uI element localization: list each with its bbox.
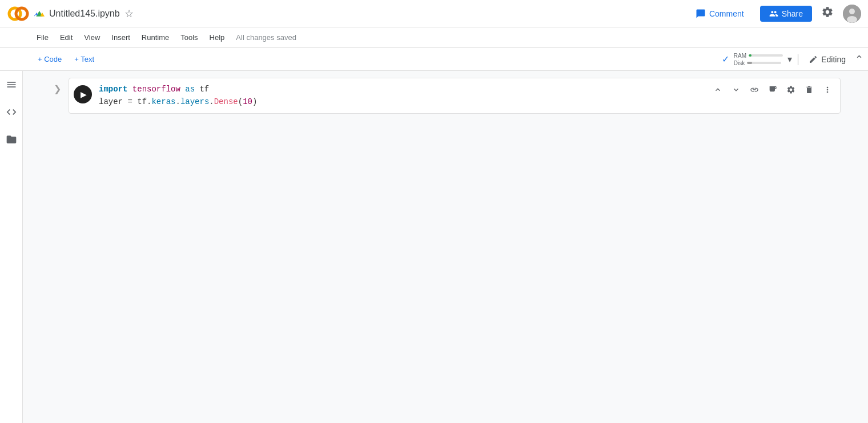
code-view-button[interactable] — [765, 82, 781, 98]
share-label: Share — [782, 9, 803, 18]
settings-button[interactable] — [821, 6, 834, 21]
cell-left-gutter: ❯ — [46, 78, 69, 94]
cell-settings-button[interactable] — [783, 82, 799, 98]
menu-insert[interactable]: Insert — [107, 31, 135, 44]
colab-logo[interactable] — [7, 2, 30, 25]
ram-progress-bar — [749, 54, 783, 57]
svg-point-4 — [847, 16, 857, 23]
code-line-1: import tensorflow as tf — [99, 83, 771, 95]
share-icon — [769, 9, 778, 18]
menu-bar: File Edit View Insert Runtime Tools Help… — [0, 27, 868, 48]
menu-view[interactable]: View — [79, 31, 105, 44]
code-line-2: layer = tf.keras.layers.Dense(10) — [99, 95, 771, 108]
cell-collapse-icon[interactable]: ❯ — [54, 83, 61, 94]
code-cell[interactable]: ▶ import tensorflow as tf layer = tf.ker… — [69, 78, 841, 114]
more-options-button[interactable] — [819, 82, 835, 98]
cell-toolbar — [710, 82, 835, 98]
ram-row: RAM — [734, 53, 783, 59]
comment-icon — [696, 9, 706, 19]
link-button[interactable] — [746, 82, 762, 98]
ram-disk-dropdown[interactable]: ▾ — [787, 54, 792, 65]
avatar[interactable] — [843, 5, 861, 23]
menu-help[interactable]: Help — [205, 31, 230, 44]
add-code-label: + Code — [38, 55, 62, 63]
check-icon: ✓ — [722, 54, 729, 65]
comment-label: Comment — [709, 9, 744, 18]
run-cell-button[interactable]: ▶ — [74, 85, 92, 103]
delete-cell-button[interactable] — [801, 82, 817, 98]
disk-progress-bar — [747, 62, 781, 64]
disk-progress-fill — [747, 62, 752, 64]
ram-disk-indicator[interactable]: RAM Disk — [734, 53, 783, 66]
sidebar-folder-icon[interactable] — [2, 130, 21, 149]
star-icon[interactable]: ☆ — [124, 7, 134, 20]
collapse-button[interactable]: ⌃ — [855, 53, 863, 66]
menu-file[interactable]: File — [32, 31, 53, 44]
drive-icon — [34, 7, 45, 20]
toolbar-right: ✓ RAM Disk ▾ | Editing ⌃ — [722, 53, 863, 66]
svg-point-3 — [849, 9, 855, 14]
notebook-title-area: Untitled145.ipynb ☆ — [34, 7, 689, 20]
add-code-button[interactable]: + Code — [32, 53, 67, 66]
add-text-label: + Text — [74, 55, 94, 63]
editing-label: Editing — [821, 55, 846, 64]
sidebar-menu-icon[interactable] — [2, 75, 21, 94]
disk-label: Disk — [734, 60, 745, 66]
pencil-icon — [809, 55, 818, 64]
editing-button[interactable]: Editing — [804, 53, 850, 66]
ram-label: RAM — [734, 53, 746, 59]
sidebar-code-icon[interactable] — [2, 103, 21, 121]
ram-progress-fill — [749, 54, 752, 57]
menu-tools[interactable]: Tools — [176, 31, 202, 44]
disk-row: Disk — [734, 60, 781, 66]
menu-edit[interactable]: Edit — [55, 31, 77, 44]
save-status: All changes saved — [236, 33, 296, 42]
notebook-title[interactable]: Untitled145.ipynb — [49, 9, 120, 19]
main-area: ❯ — [0, 71, 868, 423]
toolbar: + Code + Text ✓ RAM Disk ▾ | — [0, 48, 868, 71]
notebook-content[interactable]: ❯ — [23, 71, 868, 423]
comment-button[interactable]: Comment — [689, 5, 751, 22]
run-icon: ▶ — [81, 90, 87, 99]
toolbar-divider: | — [797, 53, 799, 66]
top-right-actions: Comment Share — [689, 5, 861, 23]
top-bar: Untitled145.ipynb ☆ Comment Share — [0, 0, 868, 27]
share-button[interactable]: Share — [760, 6, 812, 22]
move-up-button[interactable] — [710, 82, 726, 98]
menu-runtime[interactable]: Runtime — [137, 31, 174, 44]
move-down-button[interactable] — [728, 82, 744, 98]
left-sidebar — [0, 71, 23, 423]
add-text-button[interactable]: + Text — [69, 53, 100, 66]
cell-container: ❯ — [46, 78, 845, 114]
